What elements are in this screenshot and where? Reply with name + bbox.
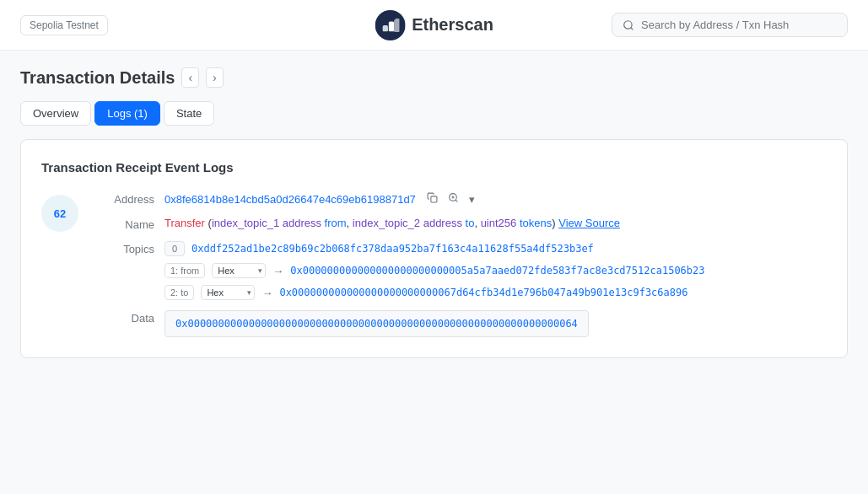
- topic-2-hex-select[interactable]: Hex Number Text: [201, 285, 255, 300]
- data-label: Data: [95, 310, 154, 325]
- topic-1-hash: 0x000000000000000000000000005a5a7aaed072…: [290, 265, 704, 277]
- nav-prev-button[interactable]: ‹: [181, 67, 199, 88]
- address-actions: ▾: [424, 191, 477, 207]
- address-row: Address 0x8fe6814b8e14cbd5a0d26647e4c69e…: [95, 191, 827, 207]
- topic-0-badge: 0: [164, 241, 185, 256]
- etherscan-logo-icon: [375, 10, 405, 40]
- page-title-row: Transaction Details ‹ ›: [20, 67, 848, 88]
- view-source-link[interactable]: View Source: [558, 217, 620, 229]
- dropdown-toggle-button[interactable]: ▾: [466, 192, 477, 207]
- name-label: Name: [95, 217, 154, 231]
- func-name: Transfer: [164, 217, 205, 229]
- name-close-paren: ): [552, 217, 555, 229]
- topic-1-hex-select[interactable]: Hex Number Text: [212, 263, 266, 278]
- header: Sepolia Testnet Etherscan: [0, 0, 868, 51]
- topics-label: Topics: [95, 241, 154, 255]
- topic-2-hex-wrapper[interactable]: Hex Number Text: [201, 285, 255, 300]
- name-comma2: ,: [474, 217, 480, 229]
- zoom-icon: [448, 192, 459, 203]
- card-title: Transaction Receipt Event Logs: [41, 160, 827, 175]
- logo-text: Etherscan: [412, 15, 493, 35]
- topic-1-hex-wrapper[interactable]: Hex Number Text: [212, 263, 266, 278]
- address-link[interactable]: 0x8fe6814b8e14cbd5a0d26647e4c69eb6198871…: [164, 193, 416, 206]
- param3-name: tokens: [520, 217, 552, 229]
- svg-rect-2: [431, 196, 437, 202]
- topic-1-row: 1: from Hex Number Text → 0x00000000: [164, 263, 827, 278]
- topics-row: Topics 0 0xddf252ad1be2c89b69c2b068fc378…: [95, 241, 827, 300]
- log-index-badge: 62: [41, 195, 78, 232]
- copy-address-button[interactable]: [424, 191, 440, 207]
- topic-2-hash: 0x000000000000000000000000067d64cfb34d1e…: [279, 287, 687, 298]
- param1-type: index_topic_1 address: [212, 217, 321, 229]
- search-bar[interactable]: [612, 13, 848, 37]
- topics-value: 0 0xddf252ad1be2c89b69c2b068fc378daa952b…: [164, 241, 827, 300]
- network-badge[interactable]: Sepolia Testnet: [20, 15, 108, 35]
- data-hex-value: 0x00000000000000000000000000000000000000…: [164, 310, 589, 337]
- address-value-area: 0x8fe6814b8e14cbd5a0d26647e4c69eb6198871…: [164, 191, 827, 207]
- tab-overview[interactable]: Overview: [20, 101, 91, 126]
- tabs: Overview Logs (1) State: [20, 101, 848, 126]
- page-title: Transaction Details: [20, 68, 175, 88]
- param2-type: index_topic_2 address: [353, 217, 462, 229]
- svg-point-1: [624, 20, 632, 28]
- log-entry: 62 Address 0x8fe6814b8e14cbd5a0d26647e4c…: [41, 191, 827, 337]
- page: Transaction Details ‹ › Overview Logs (1…: [0, 51, 868, 375]
- logo-area: Etherscan: [375, 10, 493, 40]
- data-value-area: 0x00000000000000000000000000000000000000…: [164, 310, 827, 337]
- search-input[interactable]: [641, 19, 837, 31]
- topic-2-row: 2: to Hex Number Text → 0x0000000000: [164, 285, 827, 300]
- name-value: Transfer (index_topic_1 address from, in…: [164, 217, 827, 229]
- topic-2-arrow-icon: →: [261, 287, 272, 299]
- data-row: Data 0x000000000000000000000000000000000…: [95, 310, 827, 337]
- log-content: Address 0x8fe6814b8e14cbd5a0d26647e4c69e…: [95, 191, 827, 337]
- topic-0-row: 0 0xddf252ad1be2c89b69c2b068fc378daa952b…: [164, 241, 827, 256]
- zoom-button[interactable]: [445, 191, 461, 207]
- copy-icon: [427, 192, 438, 203]
- topic-1-badge: 1: from: [164, 263, 205, 278]
- topics-list: 0 0xddf252ad1be2c89b69c2b068fc378daa952b…: [164, 241, 827, 300]
- search-icon: [623, 19, 634, 31]
- nav-next-button[interactable]: ›: [206, 67, 224, 88]
- tab-logs[interactable]: Logs (1): [94, 101, 160, 126]
- name-row: Name Transfer (index_topic_1 address fro…: [95, 217, 827, 231]
- event-logs-card: Transaction Receipt Event Logs 62 Addres…: [20, 139, 848, 358]
- topic-1-arrow-icon: →: [272, 265, 283, 277]
- address-label: Address: [95, 191, 154, 206]
- tab-state[interactable]: State: [164, 101, 214, 126]
- param1-name: from: [325, 217, 347, 229]
- name-comma1: ,: [347, 217, 353, 229]
- topic-0-hash: 0xddf252ad1be2c89b69c2b068fc378daa952ba7…: [191, 243, 594, 255]
- param3-type: uint256: [481, 217, 517, 229]
- topic-2-badge: 2: to: [164, 285, 194, 300]
- param2-name: to: [466, 217, 475, 229]
